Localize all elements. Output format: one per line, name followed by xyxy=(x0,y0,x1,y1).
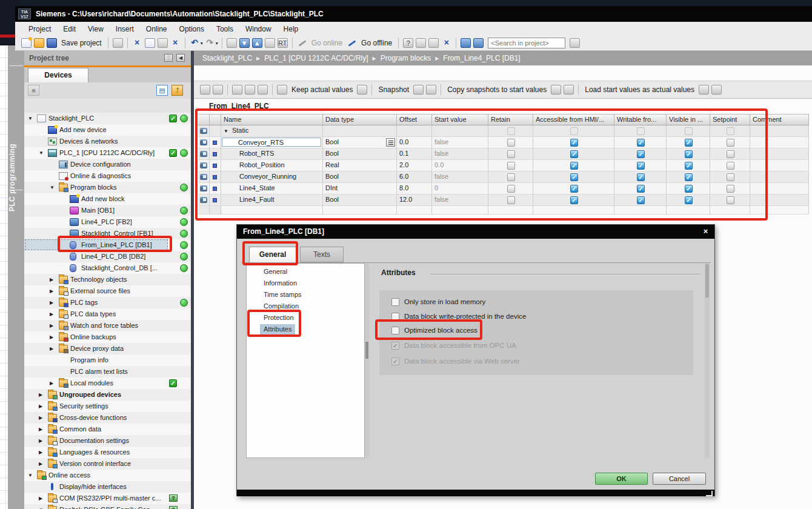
tree-expander-icon[interactable]: ▶ xyxy=(39,438,42,444)
cell-comment[interactable] xyxy=(750,148,809,160)
visible-checkbox[interactable] xyxy=(685,196,693,204)
tree-item[interactable]: ▶Version control interface xyxy=(24,458,191,470)
static-expander-icon[interactable]: ▼ xyxy=(224,128,228,134)
hmi-accessible-checkbox[interactable] xyxy=(570,127,578,135)
cell-data-type[interactable]: Real xyxy=(323,160,397,171)
tree-item[interactable]: ▼Program blocks xyxy=(24,182,191,193)
start-simulation-icon[interactable] xyxy=(265,38,275,48)
tree-expander-icon[interactable]: ▶ xyxy=(50,323,53,328)
visible-checkbox[interactable] xyxy=(685,162,693,170)
nav-scrollbar[interactable] xyxy=(365,263,369,458)
editor-toolbar-label[interactable]: Keep actual values xyxy=(291,85,353,94)
cancel-button[interactable]: Cancel xyxy=(653,473,706,485)
writable-checkbox[interactable] xyxy=(637,139,645,147)
column-header-retain[interactable]: Retain xyxy=(488,114,533,125)
freeze-db-icon[interactable] xyxy=(357,85,367,95)
menu-edit[interactable]: Edit xyxy=(57,23,82,35)
checkbox[interactable] xyxy=(391,313,399,321)
menu-project[interactable]: Project xyxy=(22,23,57,35)
setpoint-checkbox[interactable] xyxy=(727,139,734,147)
tree-item[interactable]: ▶COM [RS232/PPI multi-master c...? xyxy=(24,493,191,504)
menu-window[interactable]: Window xyxy=(239,23,278,35)
cell-name[interactable]: Robot_Position xyxy=(221,160,323,171)
tree-item[interactable]: Display/hide interfaces xyxy=(24,481,191,493)
cell-name[interactable]: Robot_RTS xyxy=(221,148,323,160)
save-project-icon[interactable] xyxy=(47,38,57,48)
tree-expander-icon[interactable]: ▶ xyxy=(50,277,53,282)
cell-data-type[interactable]: Bool xyxy=(323,171,397,183)
dialog-nav-attributes[interactable]: Attributes xyxy=(260,324,295,336)
tree-item[interactable]: From_Line4_PLC [DB1] xyxy=(24,239,191,251)
runtime-icon[interactable]: RT xyxy=(278,38,288,48)
keep-actual-values-icon[interactable] xyxy=(232,85,242,95)
tree-item[interactable]: Devices & networks xyxy=(24,136,191,147)
cell-data-type[interactable]: Bool xyxy=(323,195,397,206)
writable-checkbox[interactable] xyxy=(637,185,645,193)
checkbox[interactable] xyxy=(391,298,399,306)
column-header-blank[interactable] xyxy=(210,114,221,125)
plc-programming-side-tab[interactable]: PLC programming xyxy=(8,45,24,509)
visible-checkbox[interactable] xyxy=(685,173,693,181)
ok-button[interactable]: OK xyxy=(595,473,648,485)
tree-item[interactable]: Online & diagnostics xyxy=(24,170,191,182)
tree-expander-icon[interactable]: ▶ xyxy=(50,381,53,386)
setpoint-checkbox[interactable] xyxy=(727,185,734,193)
retain-checkbox[interactable] xyxy=(507,139,515,147)
column-header-blank[interactable] xyxy=(198,114,210,125)
search-input[interactable] xyxy=(488,38,565,48)
column-header-visible-in[interactable]: Visible in ... xyxy=(667,114,710,125)
cell-name[interactable]: Line4_Fault xyxy=(221,195,323,206)
retain-checkbox[interactable] xyxy=(507,127,515,135)
tree-item[interactable]: ▶Ungrouped devices xyxy=(24,389,191,401)
retain-checkbox[interactable] xyxy=(507,196,515,204)
cell-name[interactable]: Conveyor_Running xyxy=(221,171,323,183)
redo-icon[interactable]: ↷ xyxy=(205,38,215,48)
download-to-device-icon[interactable]: ▼ xyxy=(239,38,250,48)
breadcrumb-item[interactable]: PLC_1 [CPU 1212C AC/DC/Rly] xyxy=(264,54,368,62)
setpoint-checkbox[interactable] xyxy=(727,150,734,158)
tree-item[interactable]: Device configuration xyxy=(24,159,191,170)
stop-cpu-icon[interactable] xyxy=(428,38,439,48)
cell-start-value[interactable]: 0.0 xyxy=(432,160,488,171)
go-online-label[interactable]: Go online xyxy=(311,39,342,47)
menu-help[interactable]: Help xyxy=(278,23,305,35)
dialog-nav-protection[interactable]: Protection xyxy=(260,313,298,324)
tree-item[interactable]: ▶PLC tags xyxy=(24,297,191,308)
menu-options[interactable]: Options xyxy=(173,23,210,35)
cell-start-value[interactable]: false xyxy=(432,137,488,148)
editor-toolbar-label[interactable]: Copy snapshots to start values xyxy=(447,85,547,94)
cell-data-type[interactable]: DInt xyxy=(323,183,397,195)
print-icon[interactable] xyxy=(113,38,123,48)
resize-grip[interactable] xyxy=(706,491,713,496)
hmi-accessible-checkbox[interactable] xyxy=(570,162,578,170)
tree-item[interactable]: ▼PLC_1 [CPU 1212C AC/DC/Rly]✓ xyxy=(24,147,191,159)
tree-item[interactable]: Stacklight_Control [FB1] xyxy=(24,228,191,239)
expanded-mode-icon[interactable] xyxy=(277,85,287,95)
tree-expander-icon[interactable]: ▶ xyxy=(50,300,53,305)
menu-online[interactable]: Online xyxy=(140,23,173,35)
upload-from-device-icon[interactable]: ▲ xyxy=(252,38,262,48)
cell-comment[interactable] xyxy=(750,125,809,137)
insert-row-icon[interactable] xyxy=(200,85,210,95)
breadcrumb-item[interactable]: Program blocks xyxy=(381,54,431,62)
diagram-view-icon[interactable]: ⤴ xyxy=(171,85,183,96)
hmi-accessible-checkbox[interactable] xyxy=(570,173,578,181)
column-header-offset[interactable]: Offset xyxy=(397,114,432,125)
split-vertical-icon[interactable] xyxy=(473,38,484,48)
split-horizontal-icon[interactable] xyxy=(461,38,471,48)
tree-item[interactable]: ▼Online access xyxy=(24,470,191,481)
tree-item[interactable]: PLC alarm text lists xyxy=(24,366,191,378)
hmi-accessible-checkbox[interactable] xyxy=(570,185,578,193)
tree-item[interactable]: ▶External source files xyxy=(24,285,191,297)
tree-expander-icon[interactable]: ▶ xyxy=(39,450,42,455)
dialog-nav-information[interactable]: Information xyxy=(260,278,301,290)
tree-expander-icon[interactable]: ▼ xyxy=(39,150,44,156)
tree-item[interactable]: ▶Local modules✓ xyxy=(24,378,191,389)
cell-comment[interactable] xyxy=(750,183,809,195)
tree-item[interactable]: Line4_PLC [FB2] xyxy=(24,216,191,228)
new-project-icon[interactable] xyxy=(21,38,32,48)
redo-dropdown[interactable]: ▾ xyxy=(216,41,218,46)
tree-expander-icon[interactable]: ▶ xyxy=(39,496,42,501)
name-edit-box[interactable]: Conveyor_RTS xyxy=(222,138,321,147)
take-snapshot-icon[interactable] xyxy=(413,85,424,95)
